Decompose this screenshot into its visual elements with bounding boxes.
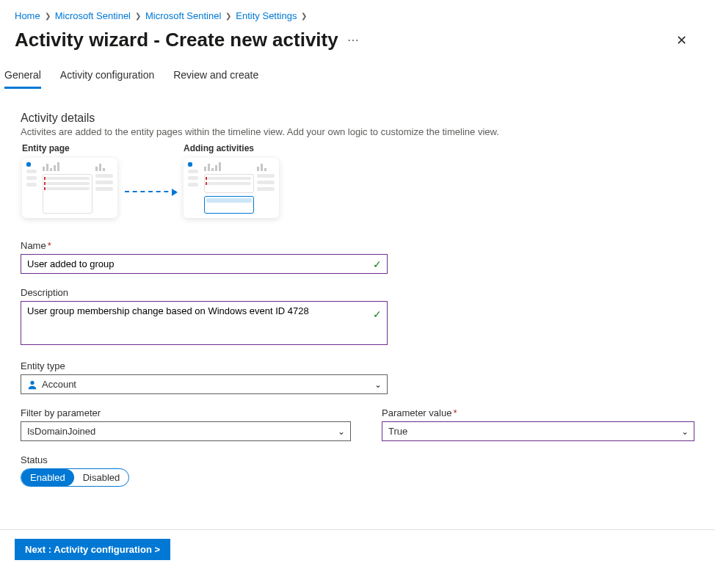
status-enabled[interactable]: Enabled bbox=[21, 469, 74, 486]
status-disabled[interactable]: Disabled bbox=[74, 469, 129, 486]
status-toggle[interactable]: Enabled Disabled bbox=[21, 468, 129, 487]
illus-card-entity bbox=[22, 158, 117, 218]
more-icon[interactable]: ⋯ bbox=[347, 33, 360, 47]
field-entity-type: Entity type Account ⌄ bbox=[21, 360, 694, 394]
svg-point-0 bbox=[30, 380, 34, 384]
chevron-right-icon: ❯ bbox=[135, 12, 141, 20]
chevron-right-icon: ❯ bbox=[225, 12, 231, 20]
status-label: Status bbox=[21, 454, 694, 465]
illus-label-adding-activities: Adding activities bbox=[184, 143, 254, 153]
breadcrumb-item-sentinel[interactable]: Microsoft Sentinel bbox=[55, 10, 131, 21]
description-label: Description bbox=[21, 287, 694, 298]
field-filter: Filter by parameter IsDomainJoined ⌄ bbox=[21, 407, 360, 441]
description-input[interactable]: User group membership change based on Wi… bbox=[21, 301, 388, 345]
field-status: Status Enabled Disabled bbox=[21, 454, 694, 487]
section-title: Activity details bbox=[21, 112, 694, 125]
account-icon bbox=[27, 380, 37, 390]
name-input[interactable] bbox=[21, 254, 388, 274]
tab-review-create[interactable]: Review and create bbox=[173, 65, 258, 89]
illus-card-activities bbox=[184, 158, 279, 218]
entity-type-value: Account bbox=[42, 379, 76, 390]
field-description: Description User group membership change… bbox=[21, 287, 694, 347]
illus-label-entity-page: Entity page bbox=[22, 143, 70, 153]
entity-type-label: Entity type bbox=[21, 360, 694, 371]
filter-select[interactable]: IsDomainJoined bbox=[21, 421, 351, 441]
title-row: Activity wizard - Create new activity ⋯ … bbox=[0, 26, 715, 65]
illustration: Entity page bbox=[22, 143, 694, 218]
param-value: True bbox=[388, 426, 407, 437]
section-desc: Activites are added to the entity pages … bbox=[21, 126, 694, 137]
field-param-value: Parameter value* True ⌄ bbox=[382, 407, 694, 441]
chevron-right-icon: ❯ bbox=[45, 12, 51, 20]
page-title: Activity wizard - Create new activity bbox=[15, 29, 338, 51]
name-label: Name* bbox=[21, 240, 694, 251]
param-label: Parameter value* bbox=[382, 407, 694, 418]
chevron-right-icon: ❯ bbox=[301, 12, 307, 20]
breadcrumb-item-home[interactable]: Home bbox=[15, 10, 40, 21]
filter-value: IsDomainJoined bbox=[27, 426, 95, 437]
tab-activity-configuration[interactable]: Activity configuration bbox=[60, 65, 154, 89]
breadcrumb-item-sentinel-ws[interactable]: Microsoft Sentinel bbox=[145, 10, 221, 21]
next-button[interactable]: Next : Activity configuration > bbox=[15, 539, 170, 560]
arrow-icon bbox=[125, 191, 176, 192]
tab-general[interactable]: General bbox=[4, 65, 41, 89]
breadcrumb-item-entity-settings[interactable]: Entity Settings bbox=[236, 10, 297, 21]
footer: Next : Activity configuration > bbox=[0, 529, 715, 569]
param-select[interactable]: True bbox=[382, 421, 694, 441]
entity-type-select[interactable]: Account bbox=[21, 374, 388, 394]
close-icon[interactable]: ✕ bbox=[676, 32, 687, 48]
field-name: Name* ✓ bbox=[21, 240, 694, 274]
tabs: General Activity configuration Review an… bbox=[0, 65, 715, 90]
filter-label: Filter by parameter bbox=[21, 407, 360, 418]
breadcrumb: Home ❯ Microsoft Sentinel ❯ Microsoft Se… bbox=[0, 0, 715, 26]
content: Activity details Activites are added to … bbox=[0, 90, 715, 515]
